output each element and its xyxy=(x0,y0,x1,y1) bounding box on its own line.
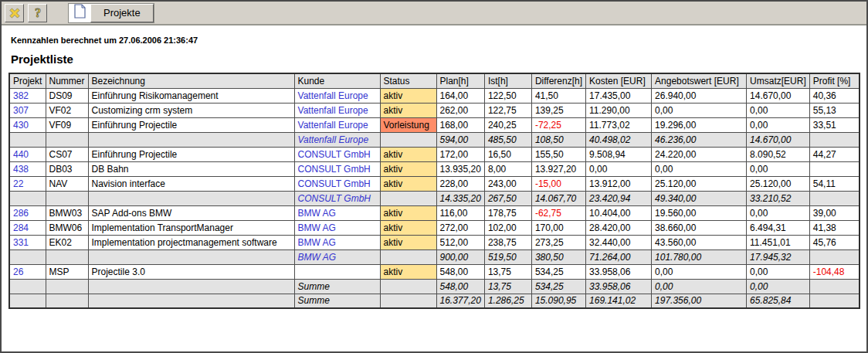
cell-differenz-h: 108,50 xyxy=(531,132,585,147)
project-link[interactable]: 286 xyxy=(13,208,29,219)
cell-nummer: NAV xyxy=(46,176,88,191)
project-link[interactable]: 440 xyxy=(13,149,29,160)
cell-umsatz-eur: 6.494,31 xyxy=(747,220,810,235)
table-row: 22NAVNavision interfaceCONSULT GmbHaktiv… xyxy=(9,176,860,191)
column-header-differenz-h: Differenz[h] xyxy=(531,73,585,88)
project-link[interactable]: 307 xyxy=(13,105,29,116)
cell-projekt xyxy=(9,294,46,308)
status-badge: aktiv xyxy=(380,88,436,103)
cell-bezeichnung xyxy=(88,132,294,147)
table-row: 26MSPProjectile 3.0aktiv548,0013,75534,2… xyxy=(9,264,860,279)
status-badge: aktiv xyxy=(380,220,436,235)
customer-link[interactable]: Vattenfall Europe xyxy=(298,120,368,131)
cell-kunde: BMW AG xyxy=(294,220,380,235)
cell-umsatz-eur: 0,00 xyxy=(747,279,810,294)
project-link[interactable]: 438 xyxy=(13,164,29,175)
cell-plan-h: 13.935,20 xyxy=(436,161,484,176)
cell-differenz-h: 534,25 xyxy=(531,264,585,279)
cell-nummer xyxy=(46,132,88,147)
cell-nummer: DS09 xyxy=(46,88,88,103)
kunde-label: Summe xyxy=(298,281,330,292)
customer-link[interactable]: BMW AG xyxy=(298,252,337,263)
project-link[interactable]: 26 xyxy=(13,266,23,277)
cell-bezeichnung: SAP Add-ons BMW xyxy=(88,205,294,220)
customer-link[interactable]: BMW AG xyxy=(298,208,336,219)
customer-link[interactable]: BMW AG xyxy=(298,237,336,248)
column-header-profit: Profit [%] xyxy=(809,73,860,88)
cell-ist-h: 13,75 xyxy=(484,279,531,294)
cell-umsatz-eur: 0,00 xyxy=(747,205,810,220)
document-icon-button[interactable] xyxy=(69,4,90,22)
customer-link[interactable]: CONSULT GmbH xyxy=(298,164,371,175)
cell-bezeichnung: Einführung Risikomanagement xyxy=(88,88,294,103)
cell-bezeichnung xyxy=(88,191,294,205)
customer-link[interactable]: Vattenfall Europe xyxy=(298,90,368,101)
close-button[interactable] xyxy=(5,4,24,22)
cell-kosten-eur: 23.420,94 xyxy=(586,191,652,205)
cell-umsatz-eur: 33.210,52 xyxy=(747,191,810,205)
cell-kunde: Vattenfall Europe xyxy=(294,117,380,132)
cell-bezeichnung xyxy=(88,279,294,294)
cell-plan-h: 594,00 xyxy=(436,132,484,147)
cell-nummer: VF02 xyxy=(46,103,88,117)
cell-kunde: BMW AG xyxy=(294,205,380,220)
kennzahlen-status-line: Kennzahlen berechnet um 27.06.2006 21:36… xyxy=(11,36,866,45)
cell-projekt: 284 xyxy=(9,220,46,235)
cell-angebotswert-eur: 0,00 xyxy=(652,264,747,279)
cell-kosten-eur: 13.912,00 xyxy=(586,176,652,191)
table-row: 440CS07Einführung ProjectileCONSULT GmbH… xyxy=(9,147,860,161)
projekte-tab-button[interactable]: Projekte xyxy=(90,4,154,22)
cell-kunde: CONSULT GmbH xyxy=(294,147,380,161)
project-link[interactable]: 22 xyxy=(13,178,23,189)
cell-angebotswert-eur: 0,00 xyxy=(652,279,747,294)
customer-link[interactable]: CONSULT GmbH xyxy=(298,149,371,160)
column-header-plan-h: Plan[h] xyxy=(436,73,484,88)
cell-kosten-eur: 71.264,00 xyxy=(586,249,652,264)
cell-angebotswert-eur: 24.220,00 xyxy=(652,147,747,161)
table-row: 331EK02Implementation projectmanagement … xyxy=(9,235,860,249)
table-row: 307VF02Customizing crm systemVattenfall … xyxy=(9,103,860,117)
cell-profit: 45,76 xyxy=(809,235,860,249)
customer-link[interactable]: CONSULT GmbH xyxy=(298,178,371,189)
cell-plan-h: 272,00 xyxy=(436,220,484,235)
table-row: 382DS09Einführung RisikomanagementVatten… xyxy=(9,88,860,103)
table-row: 284BMW06Implementation TransportManagerB… xyxy=(9,220,860,235)
customer-link[interactable]: BMW AG xyxy=(298,222,336,233)
cell-kosten-eur: 169.141,02 xyxy=(586,294,652,308)
cell-umsatz-eur: 14.670,00 xyxy=(747,88,810,103)
project-link[interactable]: 284 xyxy=(13,222,29,233)
cell-kosten-eur: 40.498,02 xyxy=(586,132,652,147)
cell-profit xyxy=(809,132,860,147)
cell-profit xyxy=(809,191,860,205)
cell-kunde: CONSULT GmbH xyxy=(294,191,380,205)
status-badge: aktiv xyxy=(380,235,436,249)
cell-umsatz-eur: 0,00 xyxy=(747,103,810,117)
cell-kosten-eur: 11.773,02 xyxy=(586,117,652,132)
project-link[interactable]: 331 xyxy=(13,237,29,248)
cell-bezeichnung: Implementation projectmanagement softwar… xyxy=(88,235,294,249)
cell-ist-h: 238,75 xyxy=(484,235,531,249)
table-row: 286BMW03SAP Add-ons BMWBMW AGaktiv116,00… xyxy=(9,205,860,220)
project-link[interactable]: 382 xyxy=(13,90,29,101)
cell-differenz-h: 380,50 xyxy=(531,249,585,264)
cell-differenz-h: 139,25 xyxy=(531,103,585,117)
cell-angebotswert-eur: 0,00 xyxy=(652,103,747,117)
column-header-ist-h: Ist[h] xyxy=(484,73,531,88)
table-row: 430VF09Einführung ProjectileVattenfall E… xyxy=(9,117,860,132)
cell-differenz-h: -62,75 xyxy=(531,205,585,220)
cell-angebotswert-eur: 43.560,00 xyxy=(652,235,747,249)
cell-nummer: BMW06 xyxy=(46,220,88,235)
cell-projekt: 430 xyxy=(9,117,46,132)
customer-link[interactable]: Vattenfall Europe xyxy=(298,105,368,116)
help-button[interactable]: ? xyxy=(28,4,47,22)
column-header-bezeichnung: Bezeichnung xyxy=(88,73,294,88)
cell-bezeichnung xyxy=(88,249,294,264)
column-header-kosten-eur: Kosten [EUR] xyxy=(586,73,652,88)
cell-differenz-h: -72,25 xyxy=(531,117,585,132)
cell-bezeichnung: Projectile 3.0 xyxy=(88,264,294,279)
customer-link[interactable]: Vattenfall Europe xyxy=(298,134,369,145)
column-header-projekt: Projekt xyxy=(9,73,46,88)
project-link[interactable]: 430 xyxy=(13,120,29,131)
cell-angebotswert-eur: 19.296,00 xyxy=(652,117,747,132)
customer-link[interactable]: CONSULT GmbH xyxy=(298,193,371,204)
